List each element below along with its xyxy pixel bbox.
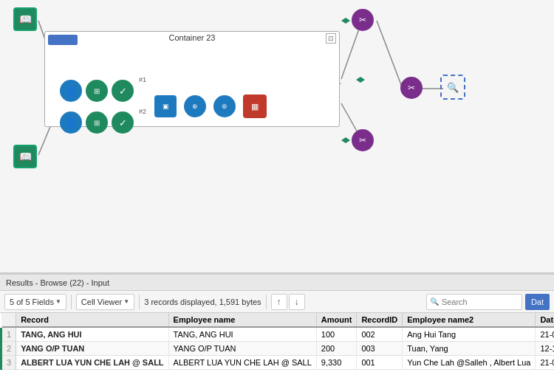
- sort-up-btn[interactable]: ↑: [271, 294, 287, 310]
- col-empname[interactable]: Employee name: [168, 313, 316, 327]
- container-box: Container 23 ⊡ 👤 ⊞ ✓ #1 👤 ⊞ ✓ #2: [44, 31, 340, 127]
- scissors-node-top[interactable]: ✂: [352, 9, 374, 31]
- row-number: 3: [1, 356, 16, 370]
- search-input[interactable]: [442, 298, 508, 306]
- cell-empname: ALBERT LUA YUN CHE LAH @ SALL: [168, 356, 316, 370]
- container-title: Container 23: [169, 33, 216, 42]
- col-rownum: [1, 313, 16, 327]
- input-node-row1[interactable]: 👤: [60, 80, 82, 102]
- col-recordid[interactable]: RecordID: [357, 313, 403, 327]
- table-row: 2 YANG O/P TUAN YANG O/P TUAN 200 003 Tu…: [1, 342, 555, 356]
- results-toolbar: 5 of 5 Fields ▼ Cell Viewer ▼ 3 records …: [0, 291, 554, 313]
- join-node[interactable]: ⊕: [184, 95, 206, 117]
- cell-amount: 100: [316, 327, 357, 342]
- check-node-row1[interactable]: ✓: [112, 80, 134, 102]
- cell-record: ALBERT LUA YUN CHE LAH @ SALL: [16, 356, 168, 370]
- book-node-bottom[interactable]: 📖: [13, 145, 37, 168]
- search-icon: 🔍: [430, 298, 439, 306]
- toolbar-sep-2: [139, 295, 140, 309]
- cell-empname: TANG, ANG HUI: [168, 327, 316, 342]
- toolbar-sep-1: [71, 295, 72, 309]
- col-amount[interactable]: Amount: [316, 313, 357, 327]
- cell-record: YANG O/P TUAN: [16, 342, 168, 356]
- num-label-2: #2: [139, 108, 146, 115]
- data-button[interactable]: Dat: [525, 294, 550, 310]
- cell-empname2: Yun Che Lah @Salleh , Albert Lua: [403, 356, 536, 370]
- select-node-row1[interactable]: ⊞: [86, 80, 108, 102]
- fields-label: 5 of 5 Fields: [10, 298, 54, 306]
- input-node-row2[interactable]: 👤: [60, 111, 82, 134]
- num-label-1: #1: [139, 76, 146, 83]
- svg-marker-21: [341, 137, 350, 143]
- cell-empname2: Ang Hui Tang: [403, 327, 536, 342]
- cell-date: 21-08-2019: [536, 356, 554, 370]
- cell-viewer-arrow: ▼: [123, 298, 129, 305]
- table-row: 1 TANG, ANG HUI TANG, ANG HUI 100 002 An…: [1, 327, 555, 342]
- select-node-row2[interactable]: ⊞: [86, 111, 108, 134]
- table-row: 3 ALBERT LUA YUN CHE LAH @ SALL ALBERT L…: [1, 356, 555, 370]
- cell-empname: YANG O/P TUAN: [168, 342, 316, 356]
- cell-amount: 9,330: [316, 356, 357, 370]
- check-node-row2[interactable]: ✓: [112, 111, 134, 134]
- cell-recordid: 001: [357, 356, 403, 370]
- data-table: Record Employee name Amount RecordID Emp…: [0, 313, 554, 392]
- browse-node[interactable]: 🔍: [440, 75, 465, 100]
- cell-viewer-label: Cell Viewer: [81, 298, 122, 306]
- svg-marker-22: [356, 77, 365, 83]
- sort-down-btn[interactable]: ↓: [289, 294, 305, 310]
- cell-record: TANG, ANG HUI: [16, 327, 168, 342]
- formula-node[interactable]: ⊛: [213, 95, 236, 117]
- col-date[interactable]: Date: [536, 313, 554, 327]
- cell-viewer-btn[interactable]: Cell Viewer ▼: [76, 294, 134, 310]
- col-record[interactable]: Record: [16, 313, 168, 327]
- row-number: 2: [1, 342, 16, 356]
- book-node-top[interactable]: 📖: [13, 7, 37, 31]
- record-info: 3 records displayed, 1,591 bytes: [144, 298, 261, 306]
- toolbar-sep-3: [266, 295, 267, 309]
- cell-date: 21-08-2018: [536, 327, 554, 342]
- output-node[interactable]: ▦: [243, 94, 267, 118]
- cell-recordid: 003: [357, 342, 403, 356]
- cell-recordid: 002: [357, 327, 403, 342]
- container-expand-btn[interactable]: ⊡: [326, 33, 336, 44]
- results-panel: Results - Browse (22) - Input 5 of 5 Fie…: [0, 273, 554, 392]
- workflow-canvas: 📖 📖 Container 23 ⊡ 👤 ⊞ ✓ #1 👤 ⊞: [0, 0, 554, 273]
- cell-date: 12-12-2021: [536, 342, 554, 356]
- results-header: Results - Browse (22) - Input: [0, 275, 554, 291]
- svg-marker-20: [341, 18, 350, 24]
- cell-amount: 200: [316, 342, 357, 356]
- svg-line-4: [377, 21, 403, 89]
- search-box: 🔍: [426, 294, 522, 310]
- cell-empname2: Tuan, Yang: [403, 342, 536, 356]
- col-empname2[interactable]: Employee name2: [403, 313, 536, 327]
- scissors-node-mid[interactable]: ✂: [400, 77, 423, 99]
- scissors-node-bottom[interactable]: ✂: [352, 129, 374, 151]
- container-label-tag: [48, 35, 78, 45]
- row-number: 1: [1, 327, 16, 342]
- fields-dropdown-arrow: ▼: [55, 298, 61, 305]
- table-header-row: Record Employee name Amount RecordID Emp…: [1, 313, 555, 327]
- sort-controls: ↑ ↓: [271, 294, 305, 310]
- merge-node[interactable]: ▣: [154, 95, 177, 117]
- fields-selector-btn[interactable]: 5 of 5 Fields ▼: [4, 294, 66, 310]
- results-title: Results - Browse (22) - Input: [6, 278, 109, 287]
